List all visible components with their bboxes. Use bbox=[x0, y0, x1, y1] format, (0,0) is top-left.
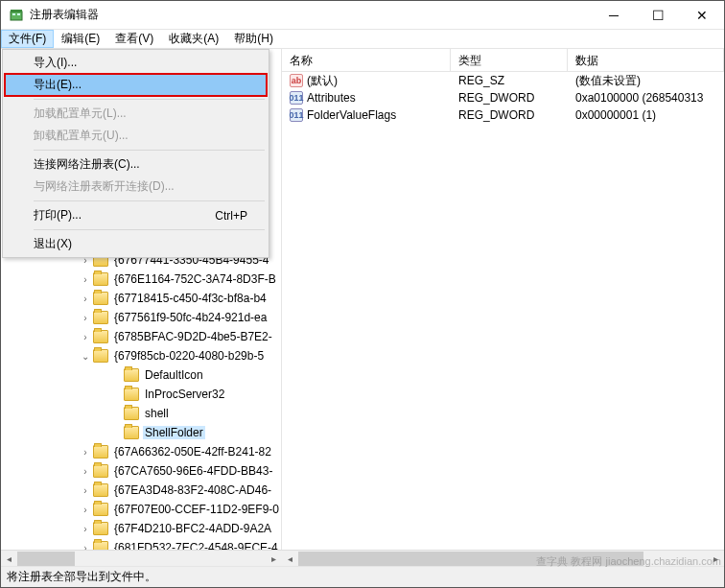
folder-icon bbox=[93, 503, 108, 516]
scroll-left-icon[interactable]: ◂ bbox=[1, 551, 17, 567]
expander-icon[interactable]: › bbox=[80, 505, 91, 515]
tree-label: {67EA3D48-83F2-408C-AD46- bbox=[112, 483, 273, 497]
menu-file[interactable]: 文件(F) bbox=[1, 30, 54, 48]
title-bar: 注册表编辑器 ─ ☐ ✕ bbox=[1, 1, 724, 30]
folder-icon bbox=[93, 522, 108, 535]
string-value-icon: ab bbox=[290, 74, 303, 87]
tree-label: {676E1164-752C-3A74-8D3F-B bbox=[112, 272, 278, 286]
tree-label: ShellFolder bbox=[143, 426, 205, 439]
menu-separator bbox=[34, 229, 265, 230]
list-row[interactable]: ab(默认)REG_SZ(数值未设置) bbox=[282, 72, 724, 89]
folder-icon bbox=[93, 311, 108, 324]
svg-rect-3 bbox=[17, 13, 20, 15]
status-text: 将注册表全部导出到文件中。 bbox=[7, 569, 156, 585]
menu-exit[interactable]: 退出(X) bbox=[5, 233, 267, 255]
tree-item[interactable]: ›{6785BFAC-9D2D-4be5-B7E2- bbox=[1, 327, 281, 346]
menu-favorites[interactable]: 收藏夹(A) bbox=[161, 30, 226, 48]
tree-item[interactable]: ›{677561f9-50fc-4b24-921d-ea bbox=[1, 308, 281, 327]
folder-icon bbox=[93, 483, 108, 497]
column-name[interactable]: 名称 bbox=[282, 49, 451, 71]
file-menu-dropdown: 导入(I)... 导出(E)... 加载配置单元(L)... 卸载配置单元(U)… bbox=[2, 49, 269, 258]
folder-icon bbox=[93, 541, 108, 550]
window-title: 注册表编辑器 bbox=[30, 7, 592, 23]
scroll-thumb[interactable] bbox=[17, 552, 75, 566]
scroll-left-icon[interactable]: ◂ bbox=[282, 551, 298, 567]
tree-item[interactable]: ⌄{679f85cb-0220-4080-b29b-5 bbox=[1, 346, 281, 365]
horizontal-scrollbar-area: ◂ ▸ ◂ ▸ bbox=[1, 550, 724, 566]
status-bar: 将注册表全部导出到文件中。 bbox=[1, 566, 724, 587]
menu-print[interactable]: 打印(P)... Ctrl+P bbox=[5, 204, 267, 226]
scroll-right-icon[interactable]: ▸ bbox=[708, 551, 724, 567]
tree-item[interactable]: ›{681FD532-7EC2-4548-9ECE-4 bbox=[1, 538, 281, 550]
svg-rect-2 bbox=[12, 13, 15, 15]
list-row[interactable]: 011AttributesREG_DWORD0xa0100000 (268540… bbox=[282, 89, 724, 106]
tree-item[interactable]: ›{676E1164-752C-3A74-8D3F-B bbox=[1, 270, 281, 289]
close-button[interactable]: ✕ bbox=[680, 1, 724, 30]
value-name: FolderValueFlags bbox=[307, 108, 396, 122]
tree-item[interactable]: DefaultIcon bbox=[1, 365, 281, 385]
menu-export[interactable]: 导出(E)... bbox=[5, 74, 267, 96]
minimize-button[interactable]: ─ bbox=[592, 1, 636, 30]
expander-icon[interactable]: ⌄ bbox=[80, 351, 91, 362]
tree-item[interactable]: InProcServer32 bbox=[1, 385, 281, 404]
folder-icon bbox=[93, 330, 108, 343]
value-data: (数值未设置) bbox=[568, 73, 724, 89]
expander-icon[interactable]: › bbox=[80, 332, 91, 342]
folder-icon bbox=[124, 426, 139, 439]
menu-view[interactable]: 查看(V) bbox=[107, 30, 161, 48]
folder-icon bbox=[93, 272, 108, 286]
expander-icon[interactable]: › bbox=[80, 313, 91, 323]
tree-item[interactable]: ›{67718415-c450-4f3c-bf8a-b4 bbox=[1, 289, 281, 308]
expander-icon[interactable]: › bbox=[80, 447, 91, 458]
binary-value-icon: 011 bbox=[290, 91, 303, 105]
expander-icon[interactable]: › bbox=[80, 274, 91, 285]
menu-import[interactable]: 导入(I)... bbox=[5, 52, 267, 74]
value-type: REG_SZ bbox=[451, 74, 568, 87]
tree-label: {6785BFAC-9D2D-4be5-B7E2- bbox=[112, 330, 274, 343]
tree-item[interactable]: ›{67F4D210-BFC2-4ADD-9A2A bbox=[1, 519, 281, 538]
folder-icon bbox=[124, 368, 139, 382]
expander-icon[interactable]: › bbox=[80, 466, 91, 477]
tree-item[interactable]: ›{67F07E00-CCEF-11D2-9EF9-0 bbox=[1, 500, 281, 519]
list-hscroll[interactable]: ◂ ▸ bbox=[282, 551, 724, 566]
menu-help[interactable]: 帮助(H) bbox=[226, 30, 281, 48]
tree-label: {67CA7650-96E6-4FDD-BB43- bbox=[112, 464, 274, 478]
value-type: REG_DWORD bbox=[451, 108, 568, 122]
menu-separator bbox=[34, 150, 265, 151]
menu-edit[interactable]: 编辑(E) bbox=[54, 30, 107, 48]
tree-label: {681FD532-7EC2-4548-9ECE-4 bbox=[112, 541, 280, 550]
tree-item[interactable]: ›{67CA7650-96E6-4FDD-BB43- bbox=[1, 461, 281, 481]
tree-item[interactable]: ›{67A66362-050E-42ff-B241-82 bbox=[1, 442, 281, 461]
expander-icon[interactable]: › bbox=[80, 524, 91, 534]
tree-label: {67718415-c450-4f3c-bf8a-b4 bbox=[112, 292, 269, 305]
expander-icon[interactable]: › bbox=[80, 485, 91, 496]
tree-hscroll[interactable]: ◂ ▸ bbox=[1, 551, 282, 566]
list-row[interactable]: 011FolderValueFlagsREG_DWORD0x00000001 (… bbox=[282, 106, 724, 124]
value-name: (默认) bbox=[307, 73, 338, 89]
scroll-right-icon[interactable]: ▸ bbox=[266, 551, 282, 567]
tree-label: {67F4D210-BFC2-4ADD-9A2A bbox=[112, 522, 273, 535]
expander-icon[interactable]: › bbox=[80, 294, 91, 304]
scroll-thumb[interactable] bbox=[298, 552, 643, 566]
menu-print-label: 打印(P)... bbox=[34, 207, 82, 223]
folder-icon bbox=[124, 388, 139, 401]
tree-label: {67A66362-050E-42ff-B241-82 bbox=[112, 445, 273, 459]
list-header: 名称 类型 数据 bbox=[282, 49, 724, 72]
menu-disconnect-network: 与网络注册表断开连接(D)... bbox=[5, 176, 267, 198]
folder-icon bbox=[93, 445, 108, 459]
tree-label: {679f85cb-0220-4080-b29b-5 bbox=[112, 349, 266, 363]
maximize-button[interactable]: ☐ bbox=[636, 1, 680, 30]
column-data[interactable]: 数据 bbox=[568, 49, 724, 71]
value-data: 0x00000001 (1) bbox=[568, 108, 724, 122]
value-data: 0xa0100000 (268540313 bbox=[568, 91, 724, 105]
menu-bar: 文件(F) 编辑(E) 查看(V) 收藏夹(A) 帮助(H) bbox=[1, 30, 724, 49]
menu-separator bbox=[34, 200, 265, 201]
expander-icon[interactable]: › bbox=[80, 543, 91, 551]
svg-rect-1 bbox=[11, 10, 22, 12]
menu-connect-network[interactable]: 连接网络注册表(C)... bbox=[5, 153, 267, 176]
tree-item[interactable]: ›{67EA3D48-83F2-408C-AD46- bbox=[1, 481, 281, 500]
column-type[interactable]: 类型 bbox=[451, 49, 568, 71]
folder-icon bbox=[93, 292, 108, 305]
tree-item[interactable]: ShellFolder bbox=[1, 423, 281, 442]
tree-item[interactable]: shell bbox=[1, 404, 281, 423]
